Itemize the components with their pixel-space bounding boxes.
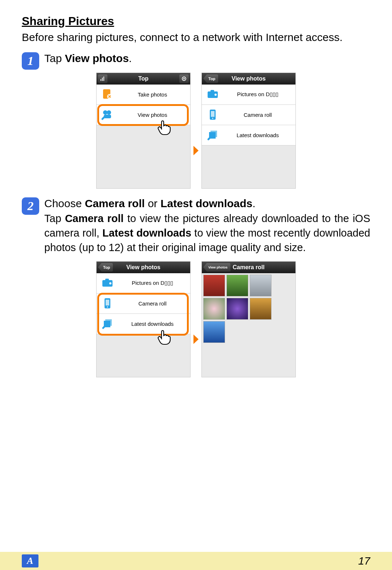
row-view-photos[interactable]: View photos <box>97 105 190 125</box>
phone-icon <box>205 107 220 122</box>
svg-rect-8 <box>211 90 214 92</box>
stack-icon <box>100 316 115 331</box>
row-view-photos-label: View photos <box>118 112 187 118</box>
phone-view-photos-2: Top View photos Pictures on D▯▯▯ Camera … <box>96 261 191 377</box>
step-2: 2 Choose Camera roll or Latest downloads… <box>22 197 370 255</box>
step-2-title-mid: or <box>145 197 160 209</box>
page-number: 17 <box>358 555 370 567</box>
back-button-top-2-label: Top <box>103 265 110 270</box>
row2-latest-downloads[interactable]: Latest downloads <box>97 314 190 334</box>
svg-point-9 <box>215 94 217 96</box>
step-2-title: Choose Camera roll or Latest downloads. <box>44 197 370 210</box>
step-2-title-b2: Latest downloads <box>160 197 252 209</box>
step-2-body: Tap Camera roll to view the pictures alr… <box>44 211 370 255</box>
svg-point-12 <box>212 118 213 119</box>
step-1-title-post: . <box>129 52 132 64</box>
arrow-icon <box>193 146 199 155</box>
phone-view-photos-header: Top View photos <box>202 73 295 85</box>
phone-view-photos: Top View photos Pictures on D▯▯▯ Camera … <box>201 73 296 189</box>
step-2-title-b1: Camera roll <box>85 197 145 209</box>
row-take-photos[interactable]: Take photos <box>97 85 190 105</box>
page-footer: A 17 <box>0 552 392 570</box>
thumbnail[interactable] <box>226 298 248 320</box>
thumbnail[interactable] <box>226 275 248 296</box>
step-2-body-b1: Camera roll <box>65 213 124 224</box>
section-title: Sharing Pictures <box>22 15 370 28</box>
svg-rect-11 <box>211 111 215 117</box>
back-button-top[interactable]: Top <box>203 74 218 83</box>
row-latest-downloads-label: Latest downloads <box>224 132 292 138</box>
phone-icon <box>100 296 115 311</box>
svg-rect-19 <box>106 300 109 305</box>
take-photos-icon <box>100 87 115 102</box>
screens-row-2: Top View photos Pictures on D▯▯▯ Camera … <box>22 261 370 377</box>
phone-camera-roll-title: Camera roll <box>233 264 265 271</box>
row-camera-roll-label: Camera roll <box>224 112 292 118</box>
svg-point-5 <box>107 110 111 115</box>
phone-camera-roll: View photos Camera roll <box>201 261 296 377</box>
back-button-view-photos[interactable]: View photos <box>203 263 230 272</box>
row-pictures-on-label: Pictures on D▯▯▯ <box>224 91 292 98</box>
phone-top-header: Top <box>97 73 190 85</box>
svg-point-17 <box>109 282 111 284</box>
back-button-view-photos-label: View photos <box>208 266 228 269</box>
svg-point-1 <box>183 78 185 79</box>
phone-camera-roll-body <box>202 273 295 377</box>
step-1-title-pre: Tap <box>44 52 65 64</box>
step-1-badge: 1 <box>22 52 39 70</box>
row2-pictures-on[interactable]: Pictures on D▯▯▯ <box>97 273 190 294</box>
stack-icon <box>205 128 220 142</box>
phone-view-photos-2-header: Top View photos <box>97 262 190 273</box>
view-photos-icon <box>100 107 115 122</box>
svg-rect-16 <box>105 279 109 281</box>
phone-view-photos-title: View photos <box>232 75 266 82</box>
phone-top-body: Take photos View photos <box>97 85 190 188</box>
thumbnail[interactable] <box>250 298 271 320</box>
phone-view-photos-2-title: View photos <box>126 264 160 271</box>
camera-icon <box>100 276 115 290</box>
svg-point-20 <box>107 307 108 308</box>
step-2-badge: 2 <box>22 197 39 215</box>
thumbnail[interactable] <box>203 275 225 296</box>
row2-pictures-on-label: Pictures on D▯▯▯ <box>118 280 187 286</box>
gear-icon[interactable] <box>179 74 189 83</box>
signal-icon[interactable] <box>98 74 107 83</box>
footer-section-badge: A <box>22 554 38 567</box>
arrow-icon <box>193 335 199 344</box>
step-1: 1 Tap View photos. <box>22 52 370 70</box>
row2-latest-downloads-label: Latest downloads <box>118 321 187 327</box>
phone-camera-roll-header: View photos Camera roll <box>202 262 295 273</box>
screens-row-1: Top Take photos View photos <box>22 73 370 189</box>
thumbnail[interactable] <box>250 275 271 296</box>
step-2-body-1: Tap <box>44 213 65 224</box>
step-2-title-post: . <box>253 197 256 209</box>
step-2-body-b2: Latest downloads <box>102 227 191 239</box>
row-camera-roll[interactable]: Camera roll <box>202 105 295 125</box>
step-2-title-pre: Choose <box>44 197 85 209</box>
phone-view-photos-2-body: Pictures on D▯▯▯ Camera roll Latest down… <box>97 273 190 377</box>
camera-icon <box>205 87 220 102</box>
phone-top-header-title: Top <box>138 75 148 82</box>
phone-top: Top Take photos View photos <box>96 73 191 189</box>
thumbnail[interactable] <box>203 321 225 343</box>
row-latest-downloads[interactable]: Latest downloads <box>202 125 295 145</box>
row-pictures-on[interactable]: Pictures on D▯▯▯ <box>202 85 295 105</box>
row2-camera-roll[interactable]: Camera roll <box>97 294 190 314</box>
step-1-title-bold: View photos <box>65 52 129 64</box>
thumbnail[interactable] <box>203 298 225 320</box>
row2-camera-roll-label: Camera roll <box>118 300 187 307</box>
intro-text: Before sharing pictures, connect to a ne… <box>22 30 370 45</box>
row-take-photos-label: Take photos <box>118 91 187 98</box>
back-button-top-2[interactable]: Top <box>98 263 113 272</box>
thumbnail-grid <box>202 273 295 344</box>
step-1-title: Tap View photos. <box>44 52 370 65</box>
phone-view-photos-body: Pictures on D▯▯▯ Camera roll Latest down… <box>202 85 295 188</box>
back-button-top-label: Top <box>208 77 215 81</box>
